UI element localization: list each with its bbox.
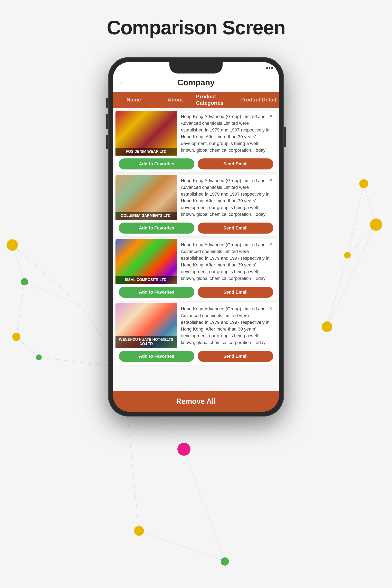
svg-line-1 <box>24 282 82 306</box>
remove-all-button[interactable]: Remove All <box>113 391 279 411</box>
send-email-3[interactable]: Send Email <box>198 287 273 298</box>
app-header: ← Company <box>113 73 279 92</box>
company-card-2: ✕ COLUMBIA GARMENTS LTD. Hong Kong Advan… <box>116 175 276 236</box>
svg-point-17 <box>21 278 28 285</box>
svg-line-11 <box>364 184 376 224</box>
svg-point-20 <box>344 252 351 258</box>
company-list: ✕ FGS DENIM WEAR LTD Hong Kong Advanced … <box>113 108 279 391</box>
tab-product-categories[interactable]: Product Categories <box>196 92 238 108</box>
back-button[interactable]: ← <box>120 78 127 87</box>
card-actions-2: Add to Favorites Send Email <box>116 220 276 236</box>
company-card-1: ✕ FGS DENIM WEAR LTD Hong Kong Advanced … <box>116 111 276 172</box>
svg-point-16 <box>6 239 18 251</box>
svg-line-8 <box>139 531 225 562</box>
send-email-2[interactable]: Send Email <box>198 222 273 233</box>
company-name-1: FGS DENIM WEAR LTD <box>116 148 177 156</box>
page-title: Comparison Screen <box>0 0 392 39</box>
close-card-2[interactable]: ✕ <box>267 177 274 184</box>
company-card-4: ✕ WENZHOU HUATE HOT-MELTS CO.LTD Hong Ko… <box>116 303 276 365</box>
card-actions-1: Add to Favorites Send Email <box>116 156 276 172</box>
svg-point-25 <box>134 526 144 536</box>
screen: ●●● ← Company Name About Product <box>113 62 279 411</box>
company-name-3: SISAL COMPOSITE LTD. <box>116 276 177 284</box>
notch <box>170 62 222 73</box>
company-desc-2: Hong Kong Advanced (Group) Limited and A… <box>177 175 276 220</box>
card-actions-4: Add to Favorites Send Email <box>116 348 276 365</box>
header-title: Company <box>132 78 260 87</box>
svg-line-14 <box>327 224 376 327</box>
svg-point-18 <box>359 179 368 188</box>
svg-point-21 <box>12 333 20 341</box>
power-button <box>284 127 286 147</box>
close-card-3[interactable]: ✕ <box>267 241 274 248</box>
send-email-4[interactable]: Send Email <box>198 351 273 362</box>
company-card-3: ✕ SISAL COMPOSITE LTD. Hong Kong Advance… <box>116 239 276 301</box>
add-favorites-4[interactable]: Add to Favorites <box>119 351 194 362</box>
tab-name[interactable]: Name <box>113 92 154 108</box>
close-card-4[interactable]: ✕ <box>267 305 274 312</box>
card-actions-3: Add to Favorites Send Email <box>116 284 276 301</box>
svg-line-4 <box>16 282 24 337</box>
svg-point-22 <box>36 355 42 360</box>
svg-line-9 <box>184 449 225 562</box>
company-desc-4: Hong Kong Advanced (Group) Limited and A… <box>177 303 276 348</box>
svg-line-13 <box>327 255 348 327</box>
phone-mockup: ●●● ← Company Name About Product <box>108 57 284 416</box>
company-image-4: WENZHOU HUATE HOT-MELTS CO.LTD <box>116 303 177 348</box>
svg-line-3 <box>12 245 24 282</box>
svg-line-5 <box>16 337 39 357</box>
add-favorites-2[interactable]: Add to Favorites <box>119 222 194 233</box>
svg-line-15 <box>348 184 364 255</box>
svg-line-0 <box>12 245 82 306</box>
svg-point-24 <box>178 443 190 456</box>
volume-down-button <box>106 135 108 149</box>
svg-point-26 <box>221 557 229 566</box>
send-email-1[interactable]: Send Email <box>198 159 273 170</box>
close-card-1[interactable]: ✕ <box>267 113 274 120</box>
svg-point-19 <box>370 218 382 231</box>
add-favorites-3[interactable]: Add to Favorites <box>119 287 194 298</box>
svg-line-12 <box>348 224 376 255</box>
tab-product-detail[interactable]: Product Detail <box>238 92 279 108</box>
company-image-3: SISAL COMPOSITE LTD. <box>116 239 177 284</box>
company-name-2: COLUMBIA GARMENTS LTD. <box>116 212 177 220</box>
mute-button <box>106 98 108 108</box>
company-image-2: COLUMBIA GARMENTS LTD. <box>116 175 177 220</box>
add-favorites-1[interactable]: Add to Favorites <box>119 159 194 170</box>
svg-point-23 <box>322 321 332 332</box>
volume-up-button <box>106 114 108 129</box>
company-name-4: WENZHOU HUATE HOT-MELTS CO.LTD <box>116 336 177 348</box>
tab-about[interactable]: About <box>154 92 196 108</box>
company-desc-1: Hong Kong Advanced (Group) Limited and A… <box>177 111 276 156</box>
company-image-1: FGS DENIM WEAR LTD <box>116 111 177 156</box>
tab-bar: Name About Product Categories Product De… <box>113 92 279 108</box>
company-desc-3: Hong Kong Advanced (Group) Limited and A… <box>177 239 276 284</box>
